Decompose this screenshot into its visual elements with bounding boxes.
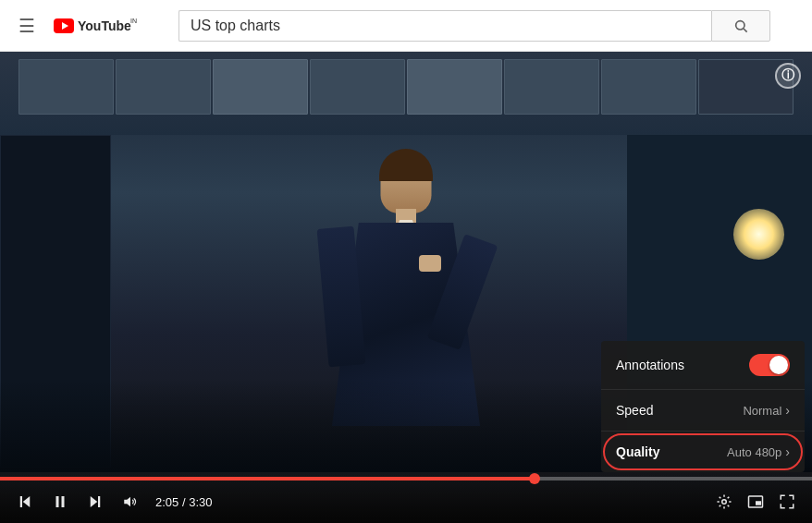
svg-rect-9 [62,496,65,507]
ceiling-panels [0,52,812,135]
svg-rect-11 [98,496,100,507]
search-input[interactable] [178,10,711,42]
svg-marker-6 [23,496,31,507]
annotations-row[interactable]: Annotations [601,341,805,390]
svg-marker-10 [91,496,98,507]
speed-label: Speed [616,403,743,418]
quality-chevron: › [785,444,790,459]
quality-row[interactable]: Quality Auto 480p › [601,432,805,472]
progress-thumb [529,473,540,484]
progress-bar[interactable] [0,477,812,480]
settings-panel: Annotations Speed Normal › Quality Auto … [601,341,805,472]
hamburger-menu[interactable]: ☰ [15,11,39,41]
svg-rect-8 [56,496,59,507]
controls-row: 2:05 / 3:30 [0,488,812,523]
quality-value: Auto 480p [727,445,781,459]
svg-rect-7 [20,496,22,507]
controls-bar: 2:05 / 3:30 [0,473,812,523]
light-fixture [733,209,784,260]
youtube-logo-icon: YouTube IN [54,17,137,35]
miniplayer-button[interactable] [742,488,769,516]
annotations-label: Annotations [616,358,749,372]
speed-value: Normal [743,404,781,418]
svg-marker-12 [124,497,130,507]
search-button[interactable] [711,10,770,42]
svg-text:IN: IN [130,18,137,24]
pause-button[interactable] [46,488,74,516]
svg-point-4 [736,20,744,29]
volume-button[interactable] [117,488,144,516]
video-player[interactable]: ⓘ Annotations Speed Normal › Quality Aut… [0,52,812,523]
fullscreen-button[interactable] [773,488,801,516]
svg-point-13 [722,500,727,505]
annotations-toggle[interactable] [749,354,790,376]
skip-forward-button[interactable] [81,488,109,516]
progress-fill [0,477,535,480]
svg-line-5 [744,29,747,32]
toggle-thumb [769,356,788,374]
quality-label: Quality [616,444,727,459]
right-controls [710,488,801,516]
settings-button[interactable] [710,488,738,516]
speed-row[interactable]: Speed Normal › [601,390,805,432]
info-button[interactable]: ⓘ [775,63,801,89]
youtube-logo[interactable]: YouTube IN [54,17,137,35]
header: ☰ YouTube IN [0,0,812,52]
speed-chevron: › [785,403,790,418]
search-bar [178,10,770,42]
skip-back-button[interactable] [11,488,39,516]
time-display: 2:05 / 3:30 [155,495,212,509]
svg-rect-15 [756,501,761,505]
svg-text:YouTube: YouTube [78,18,131,33]
